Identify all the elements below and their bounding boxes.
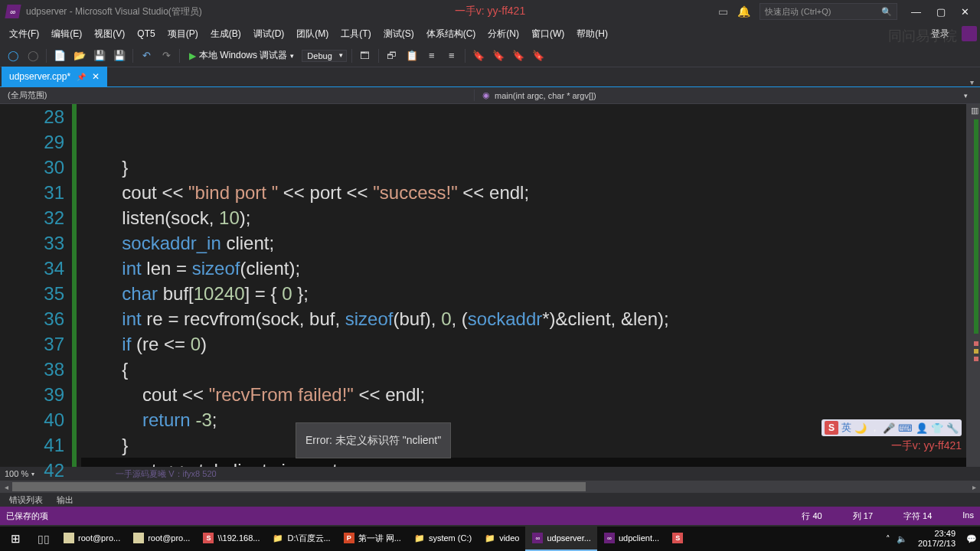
tray-up-icon[interactable]: ˄ — [886, 534, 890, 544]
clock[interactable]: 23:49 2017/2/13 — [913, 529, 960, 549]
scroll-thumb[interactable] — [12, 482, 586, 491]
tab-udpserver[interactable]: udpserver.cpp* 📌 ✕ — [2, 67, 107, 86]
vertical-scrollbar[interactable]: ▥ — [966, 104, 980, 467]
code-line[interactable]: cout << ntohclient.sin_port — [81, 458, 980, 467]
undo-button[interactable]: ↶ — [138, 47, 155, 64]
task-label: \\192.168... — [217, 533, 260, 543]
menu-architecture[interactable]: 体系结构(C) — [420, 24, 482, 44]
save-all-button[interactable]: 💾 — [111, 47, 128, 64]
scroll-right[interactable]: ▸ — [968, 483, 980, 491]
taskbar-task[interactable]: P第一讲 网... — [337, 527, 407, 551]
bookmark-prev[interactable]: 🔖 — [490, 47, 507, 64]
moon-icon[interactable]: 🌙 — [854, 422, 867, 434]
tray-network-icon[interactable]: 🔈 — [897, 534, 907, 544]
pin-icon[interactable]: 📌 — [77, 73, 86, 81]
taskbar-task[interactable]: root@pro... — [57, 527, 126, 551]
menu-help[interactable]: 帮助(H) — [570, 24, 614, 44]
taskbar-task[interactable]: 📁D:\百度云... — [266, 527, 336, 551]
nav-back-button[interactable]: ◯ — [5, 47, 21, 64]
minimize-button[interactable]: — — [906, 5, 926, 19]
scope-dropdown[interactable]: (全局范围) — [0, 90, 475, 101]
mic-icon[interactable]: 🎤 — [883, 422, 895, 434]
code-line[interactable]: listen(sock, 10); — [81, 205, 980, 230]
config-dropdown[interactable]: Debug — [302, 50, 346, 62]
bookmark-button[interactable]: 🔖 — [470, 47, 487, 64]
notifications-button[interactable]: 💬 — [966, 534, 977, 544]
shirt-icon[interactable]: 👕 — [931, 422, 943, 434]
taskbar-task[interactable]: root@pro... — [126, 527, 196, 551]
menu-file[interactable]: 文件(F) — [3, 24, 45, 44]
code-line[interactable]: { — [81, 357, 980, 382]
menu-window[interactable]: 窗口(W) — [525, 24, 570, 44]
tab-overflow-button[interactable]: ▾ — [964, 78, 980, 86]
menu-analyze[interactable]: 分析(N) — [482, 24, 525, 44]
menu-team[interactable]: 团队(M) — [290, 24, 335, 44]
tb-icon-1[interactable]: 🗔 — [357, 47, 374, 64]
tb-icon-2[interactable]: 🗗 — [384, 47, 400, 64]
code-area[interactable]: } cout << "bind port " << port << "succe… — [77, 104, 980, 467]
separator — [465, 49, 466, 63]
status-bar: 已保存的项 行 40 列 17 字符 14 Ins — [0, 507, 980, 525]
bookmark-next[interactable]: 🔖 — [510, 47, 527, 64]
keyboard-icon[interactable]: ⌨ — [898, 422, 913, 434]
menu-tools[interactable]: 工具(T) — [335, 24, 377, 44]
horizontal-scrollbar[interactable]: ◂ ▸ — [0, 481, 980, 493]
system-tray[interactable]: ˄ 🔈 23:49 2017/2/13 💬 — [886, 529, 980, 549]
title-bar: ∞ udpserver - Microsoft Visual Studio(管理… — [0, 0, 980, 23]
avatar-icon[interactable] — [962, 26, 977, 41]
taskbar-task[interactable]: S\\192.168... — [196, 527, 266, 551]
ime-lang[interactable]: 英 — [841, 421, 851, 435]
taskbar-task[interactable]: 📁video — [478, 527, 525, 551]
tb-icon-4[interactable]: ≡ — [423, 47, 440, 64]
code-line[interactable]: if (re <= 0) — [81, 331, 980, 357]
code-line[interactable]: char buf[10240] = { 0 }; — [81, 281, 980, 306]
start-button[interactable]: ⊞ — [0, 532, 31, 546]
save-button[interactable]: 💾 — [91, 47, 108, 64]
tb-icon-5[interactable]: ≡ — [443, 47, 460, 64]
redo-button[interactable]: ↷ — [158, 47, 175, 64]
wrench-icon[interactable]: 🔧 — [946, 422, 959, 434]
taskbar-task[interactable]: 📁system (C:) — [407, 527, 478, 551]
open-file-button[interactable]: 📂 — [71, 47, 88, 64]
nav-forward-button[interactable]: ◯ — [24, 47, 41, 64]
feedback-icon[interactable]: ▭ — [718, 5, 728, 18]
change-marker — [974, 119, 978, 334]
code-line[interactable]: } — [81, 155, 980, 180]
taskbar-task[interactable]: ∞udpserver... — [525, 527, 596, 551]
code-editor[interactable]: 282930313233343536373839404142 } cout <<… — [0, 104, 980, 467]
code-line[interactable]: cout << "recvFrom failed!" << endl; — [81, 382, 980, 407]
menu-debug[interactable]: 调试(D) — [247, 24, 291, 44]
task-view-button[interactable]: ▯▯ — [31, 533, 57, 545]
split-icon[interactable]: ▥ — [971, 106, 978, 116]
notification-icon[interactable]: 🔔 — [737, 5, 750, 18]
menu-view[interactable]: 视图(V) — [88, 24, 131, 44]
tb-icon-3[interactable]: 📋 — [403, 47, 420, 64]
code-line[interactable]: sockaddr_in client; — [81, 230, 980, 256]
person-icon[interactable]: 👤 — [916, 422, 928, 434]
bookmark-clear[interactable]: 🔖 — [530, 47, 547, 64]
new-file-button[interactable]: 📄 — [51, 47, 68, 64]
menu-build[interactable]: 生成(B) — [204, 24, 247, 44]
close-button[interactable]: ✕ — [956, 5, 974, 19]
tab-output[interactable]: 输出 — [51, 494, 80, 507]
code-line[interactable]: cout << "bind port " << port << "success… — [81, 180, 980, 205]
tab-close-button[interactable]: ✕ — [92, 71, 100, 82]
maximize-button[interactable]: ▢ — [932, 5, 950, 19]
function-dropdown[interactable]: ◉ main(int argc, char * argv[]) ▾ — [475, 90, 980, 100]
menu-test[interactable]: 测试(S) — [377, 24, 420, 44]
taskbar-task[interactable]: ∞udpclient... — [597, 527, 665, 551]
menu-qt5[interactable]: QT5 — [131, 25, 161, 42]
error-tooltip: Error: 未定义标识符 "nclient" — [296, 422, 451, 458]
toolbar: ◯ ◯ 📄 📂 💾 💾 ↶ ↷ ▶ 本地 Windows 调试器 ▾ Debug… — [0, 44, 980, 67]
ime-toolbar[interactable]: S 英 🌙 ， 🎤 ⌨ 👤 👕 🔧 — [822, 419, 962, 436]
scroll-left[interactable]: ◂ — [0, 483, 12, 491]
code-line[interactable]: int re = recvfrom(sock, buf, sizeof(buf)… — [81, 306, 980, 331]
menu-edit[interactable]: 编辑(E) — [45, 24, 88, 44]
quick-launch-input[interactable]: 快速启动 (Ctrl+Q) 🔍 — [760, 3, 897, 20]
tab-error-list[interactable]: 错误列表 — [3, 494, 49, 507]
menu-project[interactable]: 项目(P) — [162, 24, 204, 44]
start-debug-button[interactable]: ▶ 本地 Windows 调试器 ▾ — [185, 47, 299, 64]
taskbar-task[interactable]: S — [665, 527, 693, 551]
code-line[interactable]: int len = sizeof(client); — [81, 256, 980, 281]
punct-icon[interactable]: ， — [870, 421, 880, 435]
